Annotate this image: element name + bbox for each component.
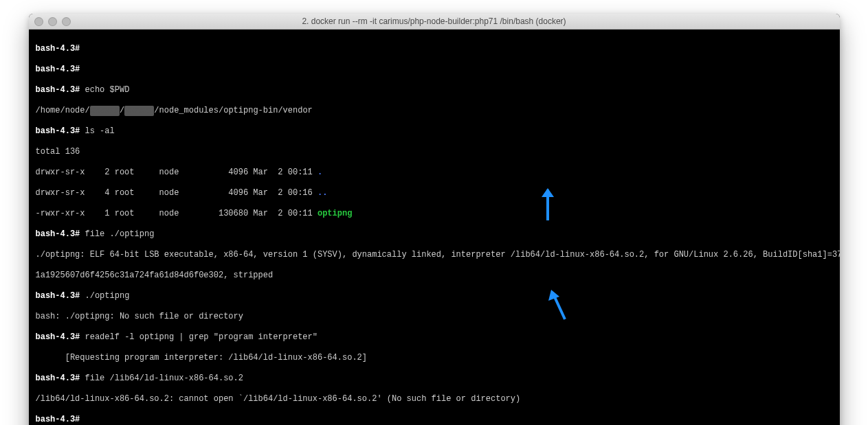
cmd: readelf -l optipng | grep "program inter… bbox=[85, 332, 318, 342]
prompt: bash-4.3# bbox=[36, 415, 80, 424]
cmd: ls -al bbox=[85, 126, 115, 136]
output: drwxr-sr-x 2 root node 4096 Mar 2 00:11 bbox=[36, 168, 318, 177]
output: -rwxr-xr-x 1 root node 130680 Mar 2 00:1… bbox=[36, 209, 318, 218]
titlebar: 2. docker run --rm -it carimus/php-node-… bbox=[29, 14, 840, 30]
terminal-body[interactable]: bash-4.3# bash-4.3# bash-4.3# echo $PWD … bbox=[29, 30, 840, 425]
cmd: file /lib64/ld-linux-x86-64.so.2 bbox=[85, 374, 243, 383]
output: /node_modules/optipng-bin/vendor bbox=[154, 106, 312, 115]
terminal-window: 2. docker run --rm -it carimus/php-node-… bbox=[29, 14, 840, 425]
dir-name: .. bbox=[318, 188, 327, 198]
output: /home/node/ bbox=[36, 106, 90, 115]
prompt: bash-4.3# bbox=[36, 291, 80, 301]
prompt: bash-4.3# bbox=[36, 374, 80, 383]
window-title: 2. docker run --rm -it carimus/php-node-… bbox=[29, 16, 840, 26]
prompt: bash-4.3# bbox=[36, 65, 80, 74]
cmd: file ./optipng bbox=[85, 229, 155, 239]
prompt: bash-4.3# bbox=[36, 229, 80, 239]
cmd: echo $PWD bbox=[85, 85, 130, 95]
prompt: bash-4.3# bbox=[36, 85, 80, 95]
redacted-text: xxxxxx bbox=[124, 106, 154, 116]
output: bash: ./optipng: No such file or directo… bbox=[36, 312, 833, 322]
output: ./optipng: ELF 64-bit LSB executable, x8… bbox=[36, 250, 833, 260]
dir-name: . bbox=[318, 168, 322, 177]
output: 1a1925607d6f4256c31a724fa61d84d6f0e302, … bbox=[36, 271, 833, 281]
redacted-text: xxxxxx bbox=[90, 106, 120, 116]
prompt: bash-4.3# bbox=[36, 332, 80, 342]
exec-name: optipng bbox=[318, 209, 352, 218]
prompt: bash-4.3# bbox=[36, 44, 80, 54]
output: [Requesting program interpreter: /lib64/… bbox=[36, 353, 833, 363]
output: drwxr-sr-x 4 root node 4096 Mar 2 00:16 bbox=[36, 188, 318, 198]
cmd: ./optipng bbox=[85, 291, 130, 301]
output: total 136 bbox=[36, 147, 833, 157]
prompt: bash-4.3# bbox=[36, 126, 80, 136]
output: /lib64/ld-linux-x86-64.so.2: cannot open… bbox=[36, 394, 833, 404]
